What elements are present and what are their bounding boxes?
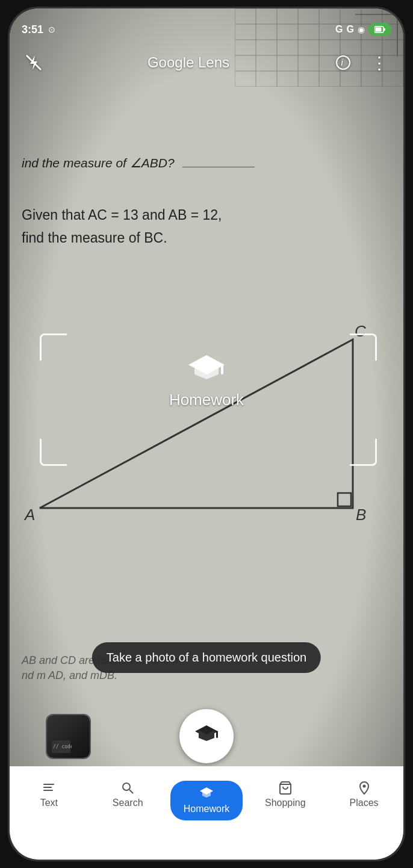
tab-text-label: Text (40, 798, 58, 808)
info-button[interactable]: i (331, 51, 355, 75)
tab-shopping-label: Shopping (265, 798, 306, 808)
svg-point-43 (362, 785, 365, 788)
svg-text:B: B (356, 506, 366, 524)
gallery-thumbnail[interactable]: // code (46, 714, 91, 759)
svg-text:C: C (355, 322, 366, 340)
tab-homework-pill: Homework (170, 781, 243, 820)
tab-search[interactable]: Search (88, 776, 167, 813)
shutter-icon (194, 724, 219, 749)
toolbar-title: Google Lens (148, 54, 229, 71)
tooltip-text: Take a photo of a homework question (107, 651, 306, 664)
paper-line3: find the measure of BC. (22, 230, 167, 246)
triangle-diagram: A B C (22, 303, 395, 532)
svg-rect-36 (43, 787, 52, 788)
status-time: 3:51 (22, 23, 43, 36)
svg-line-39 (129, 790, 133, 793)
g-icon-2: G (347, 24, 354, 35)
g-icon-1: G (335, 24, 343, 35)
bottom-tabs: Text Search Homework (10, 766, 403, 860)
svg-rect-22 (384, 28, 385, 31)
svg-text:i: i (341, 58, 343, 67)
flash-button[interactable] (22, 51, 46, 75)
toolbar-icons: i ⋮ (331, 51, 391, 75)
svg-rect-21 (376, 28, 382, 32)
paper-line2: Given that AC = 13 and AB = 12, (22, 207, 222, 223)
svg-text:A: A (23, 506, 35, 524)
svg-point-38 (123, 783, 130, 790)
tab-places-label: Places (350, 798, 379, 808)
record-icon: ⊙ (48, 25, 55, 34)
svg-rect-37 (43, 790, 53, 791)
homework-label-overlay: Homework (169, 391, 244, 409)
battery-indicator (368, 23, 391, 36)
status-left: 3:51 ⊙ (22, 23, 55, 36)
svg-point-25 (337, 56, 350, 69)
paper-line1: ind the measure of ∠ABD? (22, 156, 175, 170)
phone-frame: ind the measure of ∠ABD? Given that AC =… (8, 7, 405, 861)
tooltip: Take a photo of a homework question (92, 642, 321, 673)
tab-search-label: Search (113, 798, 143, 808)
homework-center: Homework (10, 352, 403, 409)
status-bar: 3:51 ⊙ G G ◉ (10, 8, 403, 45)
screen: ind the measure of ∠ABD? Given that AC =… (10, 8, 403, 860)
tab-text[interactable]: Text (10, 776, 88, 813)
svg-rect-34 (216, 731, 218, 738)
status-right: G G ◉ (335, 23, 391, 36)
svg-rect-16 (338, 493, 351, 506)
svg-text:// code: // code (53, 744, 72, 749)
tab-places[interactable]: Places (324, 776, 403, 813)
thumbnail-inner: // code (47, 715, 90, 758)
tab-homework-label: Homework (184, 804, 229, 814)
svg-rect-35 (43, 784, 54, 785)
tab-shopping[interactable]: Shopping (246, 776, 324, 813)
signal-icon: ◉ (358, 25, 365, 34)
svg-rect-29 (221, 364, 223, 374)
homework-icon-large (185, 352, 228, 385)
tab-homework[interactable]: Homework (167, 776, 246, 825)
shutter-button[interactable] (179, 709, 234, 763)
camera-controls: // code (10, 709, 403, 763)
more-options-button[interactable]: ⋮ (367, 51, 391, 75)
toolbar: Google Lens i ⋮ (10, 42, 403, 84)
